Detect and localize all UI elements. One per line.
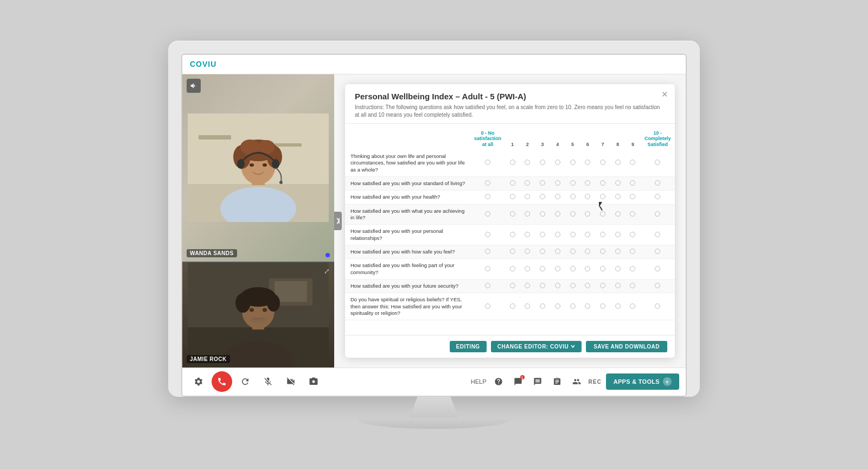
radio-option[interactable] (570, 303, 576, 309)
radio-option[interactable] (570, 249, 576, 254)
radio-cell-3-8[interactable] (610, 204, 626, 225)
radio-option[interactable] (630, 194, 635, 199)
radio-cell-3-0[interactable] (470, 204, 505, 225)
radio-option[interactable] (615, 303, 621, 309)
apps-tools-button[interactable]: APPS & TOOLS + (606, 373, 679, 390)
radio-option[interactable] (615, 232, 621, 237)
settings-button[interactable] (189, 372, 208, 391)
screenshot-button[interactable] (304, 372, 323, 391)
video-off-button[interactable] (281, 372, 301, 391)
radio-option[interactable] (555, 303, 560, 309)
radio-cell-5-0[interactable] (470, 245, 505, 258)
radio-cell-7-8[interactable] (610, 280, 626, 293)
radio-cell-4-7[interactable] (595, 225, 610, 245)
radio-option[interactable] (540, 266, 545, 271)
panel-toggle-button[interactable] (334, 212, 342, 230)
radio-option[interactable] (485, 232, 490, 237)
radio-cell-8-4[interactable] (550, 293, 565, 320)
radio-cell-4-1[interactable] (505, 225, 520, 245)
radio-cell-8-1[interactable] (505, 293, 520, 320)
radio-option[interactable] (570, 160, 576, 165)
radio-option[interactable] (485, 266, 490, 271)
radio-cell-8-3[interactable] (535, 293, 550, 320)
radio-option[interactable] (655, 211, 660, 217)
editing-button[interactable]: EDITING (450, 341, 487, 352)
radio-cell-1-2[interactable] (520, 176, 535, 190)
radio-cell-1-3[interactable] (535, 176, 550, 190)
radio-cell-4-0[interactable] (470, 225, 505, 245)
radio-option[interactable] (585, 303, 590, 309)
radio-cell-2-5[interactable] (565, 191, 580, 204)
radio-option[interactable] (485, 194, 490, 199)
mic-mute-button[interactable] (258, 372, 278, 391)
radio-option[interactable] (600, 266, 605, 271)
radio-option[interactable] (585, 283, 590, 288)
radio-option[interactable] (630, 180, 635, 186)
radio-option[interactable] (655, 303, 660, 309)
radio-option[interactable] (655, 232, 660, 237)
radio-option[interactable] (630, 283, 635, 288)
radio-cell-3-1[interactable] (505, 204, 520, 225)
radio-cell-2-9[interactable] (626, 191, 641, 204)
radio-cell-2-4[interactable] (550, 191, 565, 204)
radio-option[interactable] (525, 283, 530, 288)
radio-cell-6-5[interactable] (565, 259, 580, 280)
radio-cell-7-1[interactable] (505, 280, 520, 293)
radio-option[interactable] (630, 160, 635, 165)
radio-cell-0-9[interactable] (626, 150, 641, 177)
radio-cell-0-6[interactable] (580, 150, 595, 177)
radio-option[interactable] (570, 211, 576, 217)
radio-cell-7-9[interactable] (626, 280, 641, 293)
radio-cell-7-0[interactable] (470, 280, 505, 293)
radio-cell-3-6[interactable] (580, 204, 595, 225)
radio-cell-5-8[interactable] (610, 245, 626, 258)
radio-cell-4-6[interactable] (580, 225, 595, 245)
radio-option[interactable] (555, 283, 560, 288)
radio-cell-8-8[interactable] (610, 293, 626, 320)
chat-button[interactable]: 1 (510, 374, 526, 389)
radio-cell-8-6[interactable] (580, 293, 595, 320)
radio-cell-0-8[interactable] (610, 150, 626, 177)
radio-option[interactable] (615, 211, 621, 217)
radio-cell-2-3[interactable] (535, 191, 550, 204)
radio-cell-6-0[interactable] (470, 259, 505, 280)
radio-cell-2-6[interactable] (580, 191, 595, 204)
radio-option[interactable] (630, 266, 635, 271)
radio-option[interactable] (540, 249, 545, 254)
radio-option[interactable] (615, 283, 621, 288)
radio-option[interactable] (525, 160, 530, 165)
radio-cell-0-4[interactable] (550, 150, 565, 177)
radio-cell-3-3[interactable] (535, 204, 550, 225)
radio-option[interactable] (570, 283, 576, 288)
radio-option[interactable] (540, 232, 545, 237)
radio-cell-2-1[interactable] (505, 191, 520, 204)
radio-option[interactable] (540, 303, 545, 309)
radio-cell-8-7[interactable] (595, 293, 610, 320)
radio-option[interactable] (485, 211, 490, 217)
radio-cell-5-10[interactable] (640, 245, 675, 258)
radio-option[interactable] (630, 249, 635, 254)
radio-option[interactable] (655, 283, 660, 288)
radio-option[interactable] (510, 211, 515, 217)
radio-option[interactable] (555, 249, 560, 254)
radio-cell-0-5[interactable] (565, 150, 580, 177)
radio-cell-4-2[interactable] (520, 225, 535, 245)
radio-option[interactable] (555, 211, 560, 217)
radio-option[interactable] (485, 283, 490, 288)
radio-option[interactable] (630, 232, 635, 237)
radio-option[interactable] (600, 232, 605, 237)
radio-option[interactable] (630, 211, 635, 217)
radio-cell-5-9[interactable] (626, 245, 641, 258)
radio-cell-2-10[interactable] (640, 191, 675, 204)
radio-option[interactable] (615, 266, 621, 271)
radio-cell-4-9[interactable] (626, 225, 641, 245)
radio-cell-3-4[interactable] (550, 204, 565, 225)
radio-option[interactable] (555, 232, 560, 237)
radio-option[interactable] (510, 180, 515, 186)
radio-cell-3-2[interactable] (520, 204, 535, 225)
radio-cell-4-10[interactable] (640, 225, 675, 245)
radio-cell-2-2[interactable] (520, 191, 535, 204)
radio-option[interactable] (525, 266, 530, 271)
radio-cell-3-5[interactable] (565, 204, 580, 225)
radio-cell-1-5[interactable] (565, 176, 580, 190)
